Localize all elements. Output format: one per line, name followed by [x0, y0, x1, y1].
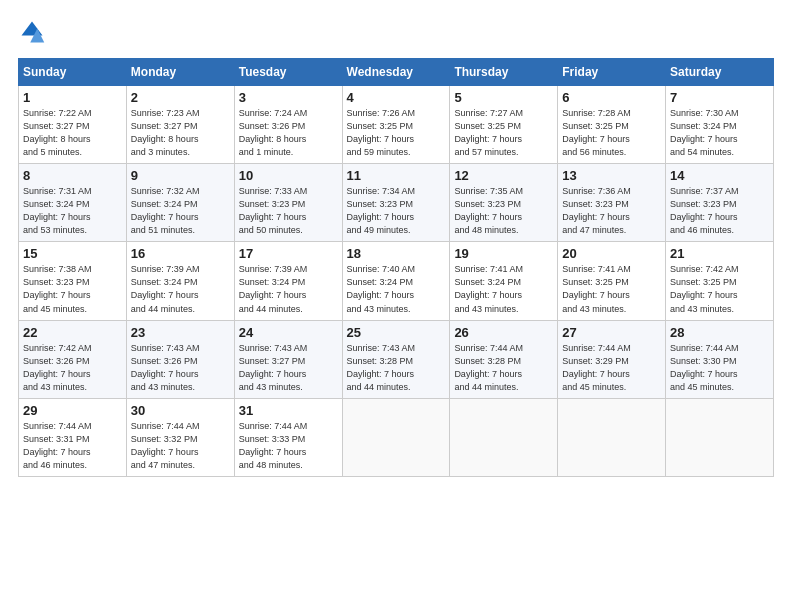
day-info: Sunrise: 7:44 AMSunset: 3:29 PMDaylight:… [562, 342, 661, 394]
day-number: 16 [131, 246, 230, 261]
day-info: Sunrise: 7:42 AMSunset: 3:25 PMDaylight:… [670, 263, 769, 315]
calendar-cell: 13Sunrise: 7:36 AMSunset: 3:23 PMDayligh… [558, 164, 666, 242]
calendar-cell: 25Sunrise: 7:43 AMSunset: 3:28 PMDayligh… [342, 320, 450, 398]
day-info: Sunrise: 7:43 AMSunset: 3:27 PMDaylight:… [239, 342, 338, 394]
calendar-cell: 24Sunrise: 7:43 AMSunset: 3:27 PMDayligh… [234, 320, 342, 398]
calendar-cell: 2Sunrise: 7:23 AMSunset: 3:27 PMDaylight… [126, 86, 234, 164]
day-number: 6 [562, 90, 661, 105]
calendar-week-2: 8Sunrise: 7:31 AMSunset: 3:24 PMDaylight… [19, 164, 774, 242]
day-info: Sunrise: 7:44 AMSunset: 3:32 PMDaylight:… [131, 420, 230, 472]
day-number: 28 [670, 325, 769, 340]
day-number: 8 [23, 168, 122, 183]
logo [18, 18, 50, 46]
calendar-week-1: 1Sunrise: 7:22 AMSunset: 3:27 PMDaylight… [19, 86, 774, 164]
calendar-cell: 3Sunrise: 7:24 AMSunset: 3:26 PMDaylight… [234, 86, 342, 164]
day-number: 22 [23, 325, 122, 340]
day-info: Sunrise: 7:38 AMSunset: 3:23 PMDaylight:… [23, 263, 122, 315]
day-number: 3 [239, 90, 338, 105]
calendar-cell: 12Sunrise: 7:35 AMSunset: 3:23 PMDayligh… [450, 164, 558, 242]
calendar-cell [450, 398, 558, 476]
day-info: Sunrise: 7:31 AMSunset: 3:24 PMDaylight:… [23, 185, 122, 237]
calendar-cell: 29Sunrise: 7:44 AMSunset: 3:31 PMDayligh… [19, 398, 127, 476]
day-number: 10 [239, 168, 338, 183]
day-info: Sunrise: 7:36 AMSunset: 3:23 PMDaylight:… [562, 185, 661, 237]
day-info: Sunrise: 7:39 AMSunset: 3:24 PMDaylight:… [131, 263, 230, 315]
calendar-cell: 14Sunrise: 7:37 AMSunset: 3:23 PMDayligh… [666, 164, 774, 242]
day-info: Sunrise: 7:28 AMSunset: 3:25 PMDaylight:… [562, 107, 661, 159]
calendar-cell: 5Sunrise: 7:27 AMSunset: 3:25 PMDaylight… [450, 86, 558, 164]
calendar-cell [558, 398, 666, 476]
calendar-table: SundayMondayTuesdayWednesdayThursdayFrid… [18, 58, 774, 477]
day-number: 27 [562, 325, 661, 340]
day-info: Sunrise: 7:33 AMSunset: 3:23 PMDaylight:… [239, 185, 338, 237]
calendar-header-row: SundayMondayTuesdayWednesdayThursdayFrid… [19, 59, 774, 86]
calendar-cell: 8Sunrise: 7:31 AMSunset: 3:24 PMDaylight… [19, 164, 127, 242]
day-number: 14 [670, 168, 769, 183]
day-info: Sunrise: 7:24 AMSunset: 3:26 PMDaylight:… [239, 107, 338, 159]
calendar-week-5: 29Sunrise: 7:44 AMSunset: 3:31 PMDayligh… [19, 398, 774, 476]
day-number: 5 [454, 90, 553, 105]
day-number: 4 [347, 90, 446, 105]
day-info: Sunrise: 7:44 AMSunset: 3:31 PMDaylight:… [23, 420, 122, 472]
day-info: Sunrise: 7:35 AMSunset: 3:23 PMDaylight:… [454, 185, 553, 237]
day-info: Sunrise: 7:41 AMSunset: 3:25 PMDaylight:… [562, 263, 661, 315]
day-number: 7 [670, 90, 769, 105]
day-number: 19 [454, 246, 553, 261]
calendar-week-3: 15Sunrise: 7:38 AMSunset: 3:23 PMDayligh… [19, 242, 774, 320]
day-info: Sunrise: 7:44 AMSunset: 3:30 PMDaylight:… [670, 342, 769, 394]
day-number: 12 [454, 168, 553, 183]
day-number: 25 [347, 325, 446, 340]
day-number: 17 [239, 246, 338, 261]
day-number: 1 [23, 90, 122, 105]
weekday-header-sunday: Sunday [19, 59, 127, 86]
day-number: 24 [239, 325, 338, 340]
day-number: 20 [562, 246, 661, 261]
day-info: Sunrise: 7:41 AMSunset: 3:24 PMDaylight:… [454, 263, 553, 315]
day-number: 26 [454, 325, 553, 340]
day-number: 18 [347, 246, 446, 261]
calendar-cell: 19Sunrise: 7:41 AMSunset: 3:24 PMDayligh… [450, 242, 558, 320]
weekday-header-saturday: Saturday [666, 59, 774, 86]
calendar-cell: 10Sunrise: 7:33 AMSunset: 3:23 PMDayligh… [234, 164, 342, 242]
calendar-body: 1Sunrise: 7:22 AMSunset: 3:27 PMDaylight… [19, 86, 774, 477]
page-container: SundayMondayTuesdayWednesdayThursdayFrid… [0, 0, 792, 487]
weekday-header-friday: Friday [558, 59, 666, 86]
calendar-cell: 26Sunrise: 7:44 AMSunset: 3:28 PMDayligh… [450, 320, 558, 398]
day-info: Sunrise: 7:22 AMSunset: 3:27 PMDaylight:… [23, 107, 122, 159]
day-info: Sunrise: 7:44 AMSunset: 3:28 PMDaylight:… [454, 342, 553, 394]
calendar-cell: 17Sunrise: 7:39 AMSunset: 3:24 PMDayligh… [234, 242, 342, 320]
day-number: 11 [347, 168, 446, 183]
day-info: Sunrise: 7:32 AMSunset: 3:24 PMDaylight:… [131, 185, 230, 237]
day-info: Sunrise: 7:40 AMSunset: 3:24 PMDaylight:… [347, 263, 446, 315]
day-number: 30 [131, 403, 230, 418]
day-number: 13 [562, 168, 661, 183]
calendar-cell: 27Sunrise: 7:44 AMSunset: 3:29 PMDayligh… [558, 320, 666, 398]
calendar-cell: 9Sunrise: 7:32 AMSunset: 3:24 PMDaylight… [126, 164, 234, 242]
calendar-cell: 18Sunrise: 7:40 AMSunset: 3:24 PMDayligh… [342, 242, 450, 320]
day-info: Sunrise: 7:39 AMSunset: 3:24 PMDaylight:… [239, 263, 338, 315]
weekday-header-thursday: Thursday [450, 59, 558, 86]
calendar-cell: 23Sunrise: 7:43 AMSunset: 3:26 PMDayligh… [126, 320, 234, 398]
day-info: Sunrise: 7:42 AMSunset: 3:26 PMDaylight:… [23, 342, 122, 394]
weekday-header-tuesday: Tuesday [234, 59, 342, 86]
day-info: Sunrise: 7:27 AMSunset: 3:25 PMDaylight:… [454, 107, 553, 159]
calendar-cell [666, 398, 774, 476]
weekday-header-wednesday: Wednesday [342, 59, 450, 86]
calendar-cell: 20Sunrise: 7:41 AMSunset: 3:25 PMDayligh… [558, 242, 666, 320]
day-info: Sunrise: 7:23 AMSunset: 3:27 PMDaylight:… [131, 107, 230, 159]
calendar-cell: 6Sunrise: 7:28 AMSunset: 3:25 PMDaylight… [558, 86, 666, 164]
calendar-cell: 15Sunrise: 7:38 AMSunset: 3:23 PMDayligh… [19, 242, 127, 320]
calendar-cell: 31Sunrise: 7:44 AMSunset: 3:33 PMDayligh… [234, 398, 342, 476]
day-number: 21 [670, 246, 769, 261]
day-info: Sunrise: 7:44 AMSunset: 3:33 PMDaylight:… [239, 420, 338, 472]
header [18, 18, 774, 46]
day-number: 15 [23, 246, 122, 261]
calendar-cell: 22Sunrise: 7:42 AMSunset: 3:26 PMDayligh… [19, 320, 127, 398]
day-info: Sunrise: 7:43 AMSunset: 3:28 PMDaylight:… [347, 342, 446, 394]
day-number: 29 [23, 403, 122, 418]
calendar-cell: 4Sunrise: 7:26 AMSunset: 3:25 PMDaylight… [342, 86, 450, 164]
calendar-cell: 1Sunrise: 7:22 AMSunset: 3:27 PMDaylight… [19, 86, 127, 164]
calendar-cell: 16Sunrise: 7:39 AMSunset: 3:24 PMDayligh… [126, 242, 234, 320]
calendar-week-4: 22Sunrise: 7:42 AMSunset: 3:26 PMDayligh… [19, 320, 774, 398]
day-info: Sunrise: 7:43 AMSunset: 3:26 PMDaylight:… [131, 342, 230, 394]
